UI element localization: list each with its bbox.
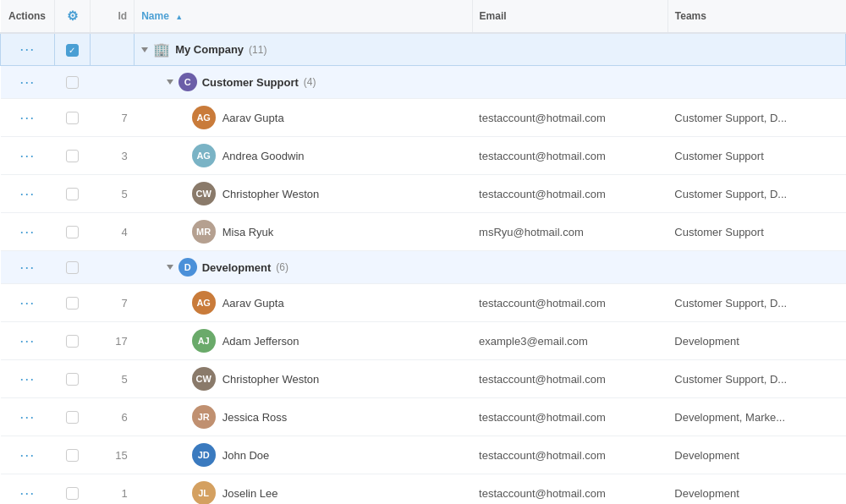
- member-email: testaccount@hotmail.com: [472, 436, 667, 474]
- member-teams: Customer Support, D...: [667, 175, 845, 213]
- member-id: 1: [90, 474, 135, 505]
- row-actions[interactable]: ···: [1, 137, 55, 175]
- row-actions[interactable]: ···: [1, 322, 55, 360]
- member-email: testaccount@hotmail.com: [472, 284, 667, 322]
- checkbox[interactable]: [66, 335, 79, 348]
- dots-menu-icon[interactable]: ···: [19, 294, 35, 311]
- dots-menu-icon[interactable]: ···: [19, 74, 35, 90]
- checkbox[interactable]: [66, 188, 79, 200]
- member-id: 17: [90, 322, 135, 360]
- checkbox[interactable]: [66, 76, 79, 89]
- member-row-1-5: ··· 1 JL Joselin Lee testaccount@hotmail…: [1, 474, 846, 505]
- group-chevron-icon[interactable]: [167, 265, 173, 270]
- row-actions[interactable]: ···: [1, 251, 55, 284]
- member-row-1-2: ··· 5 CW Christopher Weston testaccount@…: [1, 360, 846, 398]
- dots-menu-icon[interactable]: ···: [19, 485, 35, 501]
- dots-menu-icon[interactable]: ···: [19, 446, 35, 463]
- row-checkbox-cell[interactable]: [54, 322, 90, 360]
- settings-header[interactable]: ⚙: [54, 0, 90, 33]
- row-checkbox-cell[interactable]: [54, 213, 90, 251]
- gear-icon[interactable]: ⚙: [67, 8, 78, 23]
- email-label: Email: [480, 10, 507, 22]
- member-avatar: AG: [192, 106, 216, 129]
- dots-menu-icon[interactable]: ···: [19, 259, 35, 276]
- member-row-0-0: ··· 7 AG Aarav Gupta testaccount@hotmail…: [1, 99, 846, 137]
- checkbox[interactable]: [66, 297, 79, 310]
- group-letter-icon: C: [179, 73, 197, 91]
- dots-menu-icon[interactable]: ···: [19, 185, 35, 202]
- company-checkbox-cell[interactable]: ✓: [54, 33, 90, 66]
- member-name: Adam Jefferson: [222, 335, 299, 348]
- row-checkbox-cell[interactable]: [54, 284, 90, 322]
- row-actions[interactable]: ···: [1, 284, 55, 322]
- dots-menu-icon[interactable]: ···: [19, 408, 35, 425]
- checkbox[interactable]: [66, 226, 79, 238]
- group-name-cell: D Development (6): [135, 251, 846, 284]
- dots-menu-icon[interactable]: ···: [19, 332, 35, 349]
- building-icon: 🏢: [153, 41, 170, 58]
- company-name: My Company: [175, 43, 244, 56]
- row-actions[interactable]: ···: [1, 213, 55, 251]
- member-name-cell: AG Aarav Gupta: [135, 99, 472, 137]
- member-name: Andrea Goodwin: [222, 150, 305, 162]
- dots-menu-icon[interactable]: ···: [19, 147, 35, 164]
- row-actions[interactable]: ···: [1, 360, 55, 398]
- member-avatar: AG: [192, 144, 216, 167]
- member-email: testaccount@hotmail.com: [472, 360, 667, 398]
- row-actions[interactable]: ···: [1, 66, 55, 99]
- checkbox[interactable]: [66, 487, 79, 500]
- member-name-cell: AG Andrea Goodwin: [135, 137, 472, 175]
- row-actions[interactable]: ···: [1, 474, 55, 505]
- row-checkbox-cell[interactable]: [54, 66, 90, 99]
- member-email: testaccount@hotmail.com: [472, 137, 667, 175]
- row-checkbox-cell[interactable]: [54, 474, 90, 505]
- group-name: Customer Support: [202, 76, 299, 89]
- member-avatar: CW: [192, 182, 216, 205]
- name-header[interactable]: Name ▲: [135, 0, 472, 33]
- row-checkbox-cell[interactable]: [54, 137, 90, 175]
- row-checkbox-cell[interactable]: [54, 99, 90, 137]
- member-email: example3@email.com: [472, 322, 667, 360]
- dots-menu-icon[interactable]: ···: [19, 223, 35, 240]
- row-checkbox-cell[interactable]: [54, 251, 90, 284]
- row-checkbox-cell[interactable]: [54, 436, 90, 474]
- checkbox[interactable]: [66, 449, 79, 462]
- checkbox[interactable]: [66, 411, 79, 424]
- row-actions[interactable]: ···: [1, 33, 55, 66]
- row-checkbox-cell[interactable]: [54, 398, 90, 436]
- teams-label: Teams: [675, 10, 706, 22]
- row-actions[interactable]: ···: [1, 398, 55, 436]
- checkbox[interactable]: [66, 373, 79, 386]
- checkbox[interactable]: [66, 261, 79, 274]
- member-avatar: JL: [192, 481, 216, 504]
- member-name-cell: MR Misa Ryuk: [135, 213, 472, 251]
- member-avatar: AG: [192, 291, 216, 315]
- member-name: Christopher Weston: [222, 188, 320, 200]
- row-actions[interactable]: ···: [1, 99, 55, 137]
- member-row-1-0: ··· 7 AG Aarav Gupta testaccount@hotmail…: [1, 284, 846, 322]
- row-actions[interactable]: ···: [1, 175, 55, 213]
- member-id: 7: [90, 284, 135, 322]
- group-name-cell: C Customer Support (4): [135, 66, 846, 99]
- row-actions[interactable]: ···: [1, 436, 55, 474]
- member-name-cell: CW Christopher Weston: [135, 360, 472, 398]
- dots-menu-icon[interactable]: ···: [19, 370, 35, 387]
- actions-header: Actions: [1, 0, 55, 33]
- member-id: 3: [90, 137, 135, 175]
- group-id: [90, 66, 135, 99]
- row-checkbox-cell[interactable]: [54, 360, 90, 398]
- member-name: Misa Ryuk: [222, 226, 274, 238]
- member-row-0-3: ··· 4 MR Misa Ryuk msRyu@hotmail.com Cus…: [1, 213, 846, 251]
- member-avatar: MR: [192, 220, 216, 244]
- row-checkbox-cell[interactable]: [54, 175, 90, 213]
- dots-menu-icon[interactable]: ···: [19, 109, 35, 126]
- company-checkbox[interactable]: ✓: [66, 44, 79, 57]
- id-label: Id: [118, 10, 128, 22]
- dots-menu-icon[interactable]: ···: [19, 41, 35, 58]
- checkbox[interactable]: [66, 150, 79, 162]
- company-chevron-icon[interactable]: [141, 47, 148, 52]
- company-name-cell: 🏢 My Company (11): [135, 33, 846, 66]
- checkbox[interactable]: [66, 112, 79, 124]
- group-chevron-icon[interactable]: [167, 79, 173, 85]
- company-id: [90, 33, 135, 66]
